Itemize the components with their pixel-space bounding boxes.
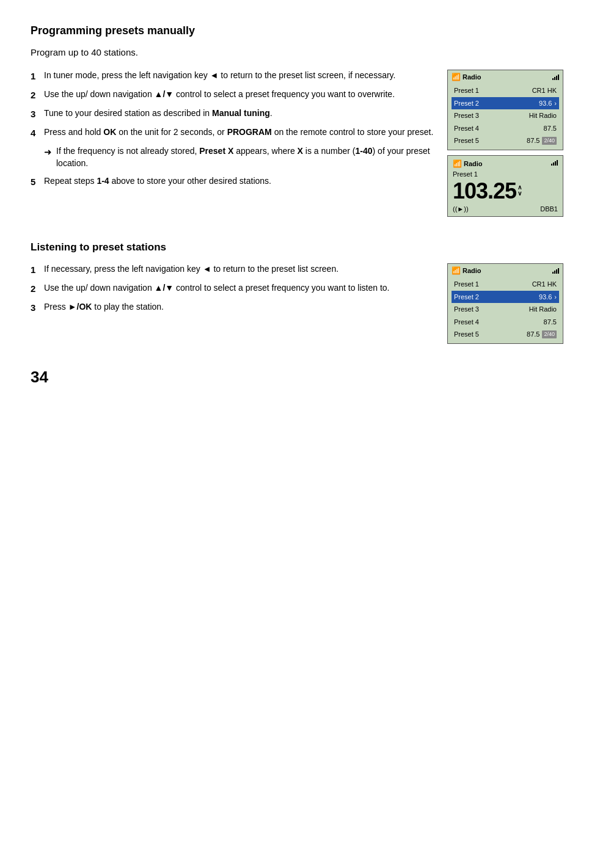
step-list-listening: 1 If necessary, press the left navigatio… [31, 263, 435, 314]
preset-1-value: CR1 HK [532, 86, 557, 96]
frequency-value: 103.25 [453, 179, 516, 203]
preset-5-label: Preset 5 [454, 136, 479, 146]
signal-bars-icon-2 [552, 268, 559, 274]
listen-step-num-3: 3 [31, 301, 44, 314]
instructions-listening: 1 If necessary, press the left navigatio… [31, 263, 435, 344]
listen-preset-3-value: Hit Radio [529, 304, 557, 315]
chevron-right-icon-2: › [554, 292, 557, 302]
preset-row-3: Preset 3 Hit Radio [452, 109, 559, 122]
listen-preset-4-label: Preset 4 [454, 317, 479, 327]
preset-3-value: Hit Radio [529, 111, 557, 121]
screen1-label: Radio [463, 73, 481, 81]
step-text-1: In tuner mode, press the left navigation… [44, 70, 395, 82]
step-num-3: 3 [31, 108, 44, 120]
antenna-icon: 📶 [452, 73, 461, 81]
step-text-4: Press and hold OK on the unit for 2 seco… [44, 126, 433, 139]
screen1-header: 📶 Radio [452, 73, 559, 82]
tuner-playing-icon: ((►)) [453, 205, 469, 213]
listen-preset-row-1: Preset 1 CR1 HK [452, 278, 559, 291]
preset-counter: 2/40 [542, 137, 557, 145]
page: Programming presets manually Program up … [0, 0, 600, 405]
tuner-footer: ((►)) DBB1 [453, 205, 558, 213]
step-list-programming: 1 In tuner mode, press the left navigati… [31, 70, 435, 139]
tuner-signal-icon [551, 159, 558, 166]
screen2-header-left: 📶 Radio [452, 266, 481, 275]
tuner-antenna-icon: 📶 [453, 159, 462, 168]
listen-preset-2-right: 93.6 › [539, 292, 557, 302]
listen-preset-5-label: Preset 5 [454, 329, 479, 340]
preset-3-label: Preset 3 [454, 111, 479, 121]
preset-4-label: Preset 4 [454, 123, 479, 134]
arrow-step-text: If the frequency is not already stored, … [56, 145, 435, 169]
listen-step-2: 2 Use the up/ down navigation ▲/▼ contro… [31, 282, 435, 295]
tuner-header-left: 📶 Radio [453, 159, 483, 168]
listen-step-3: 3 Press ►/OK to play the station. [31, 301, 435, 314]
step-text-3: Tune to your desired station as describe… [44, 108, 273, 120]
tuner-screen: 📶 Radio Preset 1 103.25 ∧ ∨ ((► [447, 155, 563, 217]
step-3: 3 Tune to your desired station as descri… [31, 108, 435, 120]
preset-row-5: Preset 5 87.5 2/40 [452, 134, 559, 147]
arrow-symbol: ➜ [44, 145, 54, 169]
step-num-2: 2 [31, 89, 44, 101]
step-list-programming-2: 5 Repeat steps 1-4 above to store your o… [31, 175, 435, 188]
listen-preset-3-label: Preset 3 [454, 304, 479, 315]
preset-5-right: 87.5 2/40 [527, 136, 557, 146]
listen-preset-5-value: 87.5 [527, 329, 540, 340]
listen-step-text-1: If necessary, press the left navigation … [44, 263, 338, 276]
listen-step-num-1: 1 [31, 263, 44, 276]
step-num-4: 4 [31, 126, 44, 139]
listen-preset-row-5: Preset 5 87.5 2/40 [452, 328, 559, 341]
section-2-title: Listening to preset stations [31, 241, 569, 253]
tuner-preset-label: Preset 1 [453, 170, 558, 178]
preset-row-4: Preset 4 87.5 [452, 122, 559, 135]
listen-preset-row-3: Preset 3 Hit Radio [452, 303, 559, 316]
listen-preset-counter: 2/40 [542, 330, 557, 339]
screen2-header: 📶 Radio [452, 266, 559, 276]
preset-5-value: 87.5 [527, 136, 540, 146]
listen-preset-5-right: 87.5 2/40 [527, 329, 557, 340]
tuner-arrows: ∧ ∨ [518, 184, 521, 197]
section-listening: 1 If necessary, press the left navigatio… [31, 263, 569, 344]
listen-step-num-2: 2 [31, 282, 44, 295]
step-num-5: 5 [31, 175, 44, 188]
step-2: 2 Use the up/ down navigation ▲/▼ contro… [31, 89, 435, 101]
chevron-right-icon: › [554, 98, 557, 109]
step-num-1: 1 [31, 70, 44, 82]
screen2-label: Radio [463, 267, 481, 274]
preset-2-label: Preset 2 [454, 98, 479, 109]
preset-2-value: 93.6 [539, 98, 552, 109]
listen-preset-2-label: Preset 2 [454, 292, 479, 302]
preset-row-1: Preset 1 CR1 HK [452, 84, 559, 97]
screen-area-2: 📶 Radio Preset 1 CR1 HK Preset 2 93.6 › [447, 263, 569, 344]
antenna-icon-2: 📶 [452, 266, 461, 275]
listen-preset-1-value: CR1 HK [532, 279, 557, 290]
preset-list-screen-2: 📶 Radio Preset 1 CR1 HK Preset 2 93.6 › [447, 263, 563, 344]
listen-step-text-3: Press ►/OK to play the station. [44, 301, 164, 314]
tuner-header: 📶 Radio [453, 159, 558, 168]
step-1: 1 In tuner mode, press the left navigati… [31, 70, 435, 82]
step-text-2: Use the up/ down navigation ▲/▼ control … [44, 89, 395, 101]
listen-step-text-2: Use the up/ down navigation ▲/▼ control … [44, 282, 390, 295]
listen-step-1: 1 If necessary, press the left navigatio… [31, 263, 435, 276]
listen-preset-row-4: Preset 4 87.5 [452, 316, 559, 329]
step-5: 5 Repeat steps 1-4 above to store your o… [31, 175, 435, 188]
tuner-dbb-label: DBB1 [540, 205, 558, 213]
preset-4-value: 87.5 [544, 123, 557, 134]
preset-row-2-selected: Preset 2 93.6 › [452, 97, 559, 110]
instructions-programming: 1 In tuner mode, press the left navigati… [31, 70, 435, 217]
tuner-frequency: 103.25 ∧ ∨ [453, 179, 558, 203]
preset-list-screen-1: 📶 Radio Preset 1 CR1 HK Preset 2 93.6 › [447, 70, 563, 150]
intro-text: Program up to 40 stations. [31, 47, 569, 57]
down-arrow: ∨ [518, 191, 521, 197]
step-4: 4 Press and hold OK on the unit for 2 se… [31, 126, 435, 139]
listen-preset-1-label: Preset 1 [454, 279, 479, 290]
page-number: 34 [31, 368, 48, 387]
listen-preset-4-value: 87.5 [544, 317, 557, 327]
step-text-5: Repeat steps 1-4 above to store your oth… [44, 175, 271, 188]
preset-2-right: 93.6 › [539, 98, 557, 109]
tuner-header-label: Radio [464, 160, 483, 167]
listen-preset-row-2-selected: Preset 2 93.6 › [452, 291, 559, 304]
page-title: Programming presets manually [31, 24, 569, 37]
preset-1-label: Preset 1 [454, 86, 479, 96]
listen-preset-2-value: 93.6 [539, 292, 552, 302]
